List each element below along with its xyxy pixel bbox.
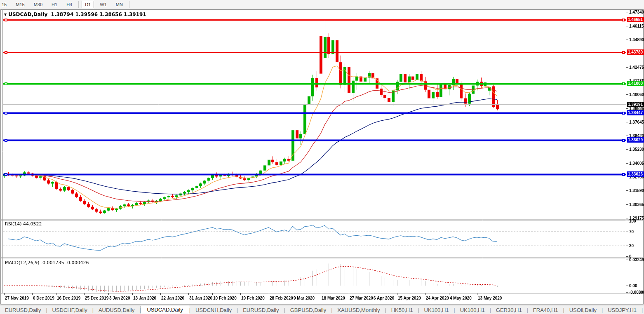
chart-tab-xauusd-7[interactable]: XAUUSD,Monthly: [332, 307, 385, 314]
time-axis-label: 24 Apr 2020: [426, 296, 449, 300]
toolbar-divider: [78, 1, 79, 8]
chart-tab-usdcad-3[interactable]: USDCAD,Daily: [141, 306, 189, 314]
chart-tab-uk100-9[interactable]: UK100,H1: [419, 307, 454, 314]
time-axis-label: 4 May 2020: [450, 296, 472, 300]
time-axis-label: 10 Feb 2020: [213, 296, 237, 300]
price-axis-tick: 1.37645: [629, 120, 644, 124]
time-axis-label: 18 Mar 2020: [322, 296, 345, 300]
macd-axis-tick: -0.008086: [629, 290, 644, 295]
time-axis-label: 25 Dec 2019: [85, 296, 108, 300]
price-chart-canvas[interactable]: [0, 0, 644, 314]
rsi-indicator-label: RSI(14) 44.0522: [5, 221, 42, 227]
time-axis-label: 9 Mar 2020: [294, 296, 315, 300]
price-axis-tick: 1.40060: [629, 92, 644, 97]
time-axis-label: 15 Apr 2020: [398, 296, 421, 300]
time-axis-label: 6 Apr 2020: [374, 296, 394, 300]
time-axis-label: 19 Feb 2020: [241, 296, 265, 300]
price-level-badge: 1.33026: [627, 171, 644, 177]
chart-tab-fra40-12[interactable]: FRA40,H1: [528, 307, 563, 314]
macd-axis-tick: 0.032493: [629, 258, 644, 262]
chart-tab-audusd-2[interactable]: AUDUSD,Daily: [94, 307, 139, 314]
rsi-axis-tick: 30: [629, 244, 634, 248]
chart-tab-eurusd-0[interactable]: EURUSD,Daily: [0, 307, 46, 314]
price-level-badge: 1.43780: [627, 49, 644, 55]
timeframe-button-15[interactable]: 15: [0, 1, 10, 8]
price-axis-tick: 1.31590: [629, 188, 644, 193]
chart-symbol-label: USDCAD,Daily: [8, 12, 47, 17]
timeframe-button-m15[interactable]: M15: [12, 1, 28, 8]
time-axis-label: 28 Feb 2020: [270, 296, 293, 300]
price-level-badge: 1.41000: [627, 81, 644, 86]
chart-window[interactable]: 1.473401.461151.448901.424751.412851.400…: [0, 0, 644, 314]
price-level-badge: 1.36029: [627, 137, 644, 143]
time-axis-label: 31 Jan 2020: [189, 296, 212, 300]
chart-tab-uk100-10[interactable]: UK100,H1: [455, 307, 490, 314]
current-price-badge: 1.39191: [627, 102, 644, 107]
timeframe-button-h1[interactable]: H1: [48, 1, 61, 8]
trading-terminal: 1.473401.461151.448901.424751.412851.400…: [0, 0, 644, 314]
chart-tab-usoil-13[interactable]: USOil,Daily: [564, 307, 602, 314]
chart-tab-hk50-8[interactable]: HK50,H1: [386, 307, 418, 314]
chart-title: ▼USDCAD,Daily 1.38794 1.39596 1.38656 1.…: [4, 12, 146, 17]
timeframe-button-h4[interactable]: H4: [63, 1, 75, 8]
timeframe-button-w1[interactable]: W1: [96, 1, 110, 8]
time-axis-label: 27 Nov 2019: [5, 296, 29, 300]
time-axis-label: 3 Jan 2020: [109, 296, 130, 300]
chart-tab-usdchf-1[interactable]: USDCHF,Daily: [47, 307, 92, 314]
timeframe-toolbar: 15M15M30H1H4D1W1MN: [0, 0, 644, 9]
chart-tab-gbpusd-6[interactable]: GBPUSD,Daily: [285, 307, 331, 314]
price-axis-tick: 1.30365: [629, 202, 644, 207]
time-axis-label: 16 Dec 2019: [57, 296, 80, 300]
macd-indicator-label: MACD(12,26,9) -0.001735 -0.000426: [5, 260, 89, 265]
timeframe-button-d1[interactable]: D1: [82, 1, 94, 8]
price-axis-tick: 1.47340: [629, 10, 644, 14]
chart-tab-bar: EURUSD,Daily|USDCHF,Daily|AUDUSD,Daily|U…: [0, 305, 644, 314]
price-axis-tick: 1.46115: [629, 24, 644, 28]
timeframe-button-m30[interactable]: M30: [31, 1, 46, 8]
timeframe-button-mn[interactable]: MN: [113, 1, 126, 8]
chart-tab-ger30-11[interactable]: GER30,H1: [491, 307, 527, 314]
rsi-axis-tick: 70: [629, 230, 634, 234]
chart-tab-eurusd-5[interactable]: EURUSD,Daily: [238, 307, 284, 314]
rsi-axis-tick: 100: [629, 219, 636, 223]
price-level-badge: 1.38447: [627, 110, 644, 115]
price-axis-tick: 1.42475: [629, 65, 644, 70]
chart-tab-usdjpy-14[interactable]: USDJPY,H1: [603, 307, 642, 314]
chart-tab-usdcnh-4[interactable]: USDCNH,Daily: [190, 307, 237, 314]
price-axis-tick: 1.34005: [629, 161, 644, 166]
time-axis-label: 13 Jan 2020: [133, 296, 156, 300]
time-axis-label: 6 Dec 2019: [33, 296, 54, 300]
price-axis-tick: 1.44890: [629, 37, 644, 42]
time-axis-label: 13 May 2020: [478, 296, 502, 300]
chart-dropdown-icon[interactable]: ▼: [4, 13, 7, 16]
price-level-badge: 1.46651: [627, 17, 644, 22]
time-axis-label: 22 Jan 2020: [161, 296, 184, 300]
macd-axis-tick: 0.00: [629, 284, 637, 288]
toolbar-divider: [129, 1, 129, 8]
time-axis-label: 27 Mar 2020: [350, 296, 373, 300]
price-axis-tick: 1.35230: [629, 147, 644, 152]
chart-ohlc-values: 1.38794 1.39596 1.38656 1.39191: [51, 12, 146, 17]
